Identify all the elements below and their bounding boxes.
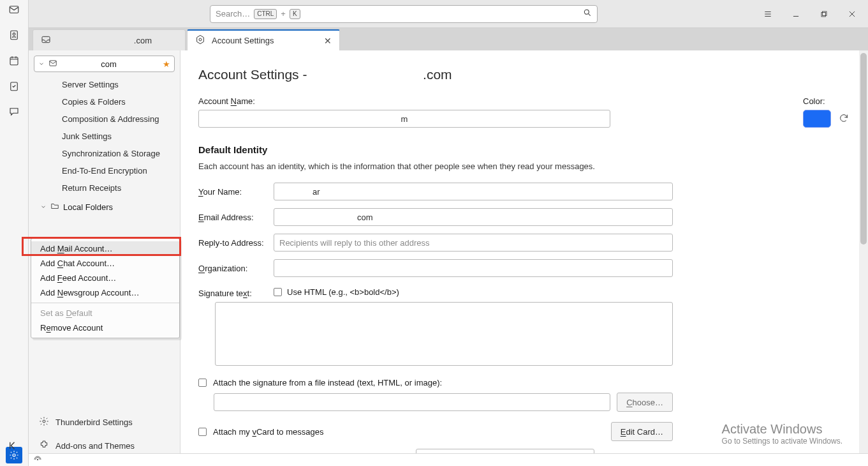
identity-heading: Default Identity xyxy=(198,144,849,155)
use-html-checkbox[interactable] xyxy=(274,288,282,296)
calendar-icon[interactable] xyxy=(8,55,20,66)
tab-label: Account Settings xyxy=(212,36,318,45)
signature-textarea[interactable] xyxy=(215,302,673,366)
gear-icon xyxy=(39,416,49,428)
svg-rect-8 xyxy=(821,12,826,17)
svg-point-12 xyxy=(43,420,45,423)
svg-point-5 xyxy=(13,454,15,456)
attach-file-checkbox[interactable] xyxy=(198,379,207,387)
window-close-icon[interactable] xyxy=(848,10,857,19)
sidebar-item-sync[interactable]: Synchronization & Storage xyxy=(34,145,175,162)
page-title: Account Settings - .com xyxy=(198,67,849,82)
reply-to-input[interactable] xyxy=(274,234,673,252)
menu-add-chat-account[interactable]: Add Chat Account… xyxy=(31,256,179,271)
titlebar: Search… CTRL + K xyxy=(29,0,868,28)
reset-color-icon[interactable] xyxy=(839,113,849,125)
signature-file-input[interactable] xyxy=(214,393,610,411)
signature-text-label: Signature text: xyxy=(198,289,270,298)
app-menu-icon[interactable] xyxy=(763,10,772,19)
identity-desc: Each account has an identity, which is t… xyxy=(198,162,849,171)
account-color-swatch[interactable] xyxy=(803,110,831,128)
tasks-icon[interactable] xyxy=(8,80,20,92)
svg-point-2 xyxy=(13,33,15,36)
organization-label: Organization: xyxy=(198,264,270,273)
edit-card-button[interactable]: Edit Card… xyxy=(611,422,673,441)
tab-mail[interactable]: .com xyxy=(33,29,186,50)
signal-icon xyxy=(34,456,41,465)
local-folders-row[interactable]: Local Folders xyxy=(34,198,175,216)
thunderbird-settings-link[interactable]: Thunderbird Settings xyxy=(34,411,175,433)
folder-icon xyxy=(50,202,59,213)
search-placeholder: Search… xyxy=(216,9,250,19)
inbox-icon xyxy=(41,34,51,47)
window-minimize-icon[interactable] xyxy=(791,10,800,19)
status-bar xyxy=(29,453,868,466)
sidebar-item-e2e[interactable]: End-To-End Encryption xyxy=(34,162,175,179)
chevron-down-icon xyxy=(40,202,47,212)
chevron-down-icon xyxy=(38,59,45,69)
tabstrip: .com Account Settings ✕ xyxy=(29,28,868,50)
chat-icon[interactable] xyxy=(8,106,20,117)
svg-point-13 xyxy=(37,459,38,460)
svg-rect-9 xyxy=(42,36,50,42)
mail-icon[interactable] xyxy=(8,4,20,15)
account-name-input[interactable] xyxy=(198,110,610,128)
your-name-label: Your Name: xyxy=(198,187,270,197)
email-label: Email Address: xyxy=(198,213,270,222)
kbd-k: K xyxy=(290,9,300,19)
your-name-input[interactable] xyxy=(274,183,673,200)
svg-rect-0 xyxy=(10,6,18,13)
menu-remove-account[interactable]: Remove Account xyxy=(31,320,179,335)
mail-account-icon xyxy=(48,59,57,70)
collapse-activity-bar-icon[interactable] xyxy=(8,440,19,453)
search-icon xyxy=(583,8,592,19)
account-settings-list: Server Settings Copies & Folders Composi… xyxy=(34,76,175,197)
sidebar-item-compose[interactable]: Composition & Addressing xyxy=(34,110,175,128)
sidebar-item-junk[interactable]: Junk Settings xyxy=(34,128,175,145)
svg-point-10 xyxy=(199,38,202,41)
attach-vcard-checkbox[interactable] xyxy=(198,428,207,436)
account-actions-menu: Add Mail Account… Add Chat Account… Add … xyxy=(31,238,180,338)
svg-rect-11 xyxy=(50,60,57,65)
attach-file-label: Attach the signature from a file instead… xyxy=(213,378,442,387)
content-scrollbar[interactable] xyxy=(859,50,868,466)
account-tree-header[interactable]: com ★ xyxy=(34,56,175,72)
tab-close-icon[interactable]: ✕ xyxy=(324,36,332,46)
content-pane: Account Settings - .com Account Name: xyxy=(180,50,868,466)
reply-to-label: Reply-to Address: xyxy=(198,238,270,248)
svg-rect-7 xyxy=(823,11,827,16)
sidebar-item-copies[interactable]: Copies & Folders xyxy=(34,93,175,110)
choose-file-button[interactable]: Choose… xyxy=(617,393,673,412)
menu-add-newsgroup-account[interactable]: Add Newsgroup Account… xyxy=(31,285,179,300)
tab-account-settings[interactable]: Account Settings ✕ xyxy=(187,29,340,50)
sidebar-item-server[interactable]: Server Settings xyxy=(34,76,175,93)
svg-rect-3 xyxy=(10,57,18,65)
default-star-icon: ★ xyxy=(163,59,170,69)
email-input[interactable] xyxy=(274,208,673,226)
window-restore-icon[interactable] xyxy=(820,10,828,19)
activity-bar xyxy=(0,0,29,466)
account-name-label: Account Name: xyxy=(198,96,610,106)
menu-add-feed-account[interactable]: Add Feed Account… xyxy=(31,271,179,285)
window-controls xyxy=(763,10,863,19)
kbd-ctrl: CTRL xyxy=(254,9,277,19)
use-html-label: Use HTML (e.g., <b>bold</b>) xyxy=(287,287,399,297)
svg-point-6 xyxy=(584,10,589,14)
attach-vcard-label: Attach my vCard to messages xyxy=(213,427,323,437)
puzzle-icon xyxy=(39,440,49,452)
menu-add-mail-account[interactable]: Add Mail Account… xyxy=(31,241,179,256)
global-search[interactable]: Search… CTRL + K xyxy=(210,5,598,23)
settings-hex-icon xyxy=(195,34,205,47)
address-book-icon[interactable] xyxy=(8,29,20,41)
organization-input[interactable] xyxy=(274,259,673,277)
menu-set-default: Set as Default xyxy=(31,306,179,320)
color-label: Color: xyxy=(803,96,849,106)
sidebar-item-receipts[interactable]: Return Receipts xyxy=(34,179,175,197)
